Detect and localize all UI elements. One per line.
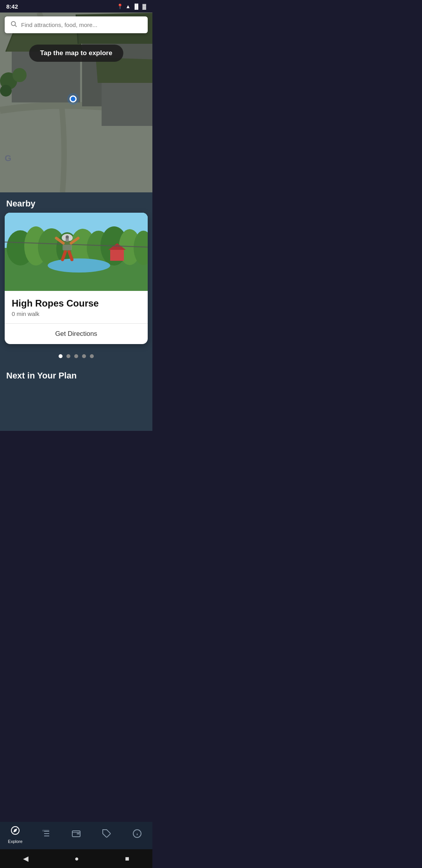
search-bar[interactable] — [5, 16, 148, 33]
dot-2[interactable] — [66, 354, 70, 358]
card-body: High Ropes Course 0 min walk — [5, 291, 148, 317]
next-plan-title: Next in Your Plan — [6, 371, 77, 380]
location-status-icon: 📍 — [117, 4, 123, 9]
status-bar: 8:42 📍 ▲ ▐▌ ▓ — [0, 0, 152, 13]
user-location-dot — [70, 95, 77, 102]
map-container[interactable]: G Tap the map to explore — [0, 13, 152, 192]
nearby-label: Nearby — [6, 199, 36, 208]
get-directions-button[interactable]: Get Directions — [5, 324, 148, 344]
dot-3[interactable] — [74, 354, 78, 358]
nearby-section-header: Nearby — [0, 192, 152, 213]
card-subtitle: 0 min walk — [12, 310, 141, 317]
card-title: High Ropes Course — [12, 298, 141, 309]
tap-to-explore-pill[interactable]: Tap the map to explore — [29, 45, 123, 62]
svg-point-29 — [48, 258, 110, 273]
status-icons: 📍 ▲ ▐▌ ▓ — [117, 4, 146, 9]
svg-line-17 — [15, 25, 16, 27]
card-image — [5, 213, 148, 291]
dot-1[interactable] — [59, 354, 63, 358]
pagination-dots — [0, 349, 152, 365]
card-wrapper: High Ropes Course 0 min walk Get Directi… — [0, 213, 152, 344]
battery-icon: ▓ — [143, 4, 146, 9]
svg-point-16 — [11, 22, 16, 26]
svg-rect-30 — [110, 250, 124, 261]
svg-point-41 — [66, 235, 69, 239]
search-input[interactable] — [21, 22, 142, 28]
zipline-scene-bg — [5, 213, 148, 291]
svg-rect-39 — [63, 245, 72, 250]
map-overlay — [0, 13, 152, 192]
map-background: G — [0, 13, 152, 192]
signal-icon: ▐▌ — [133, 4, 140, 9]
search-icon — [10, 20, 17, 29]
dot-5[interactable] — [90, 354, 94, 358]
dot-4[interactable] — [82, 354, 86, 358]
attraction-card[interactable]: High Ropes Course 0 min walk Get Directi… — [5, 213, 148, 344]
status-time: 8:42 — [6, 3, 18, 10]
wifi-icon: ▲ — [125, 4, 131, 9]
content-area: Nearby — [0, 192, 152, 431]
next-plan-section: Next in Your Plan — [0, 365, 152, 384]
